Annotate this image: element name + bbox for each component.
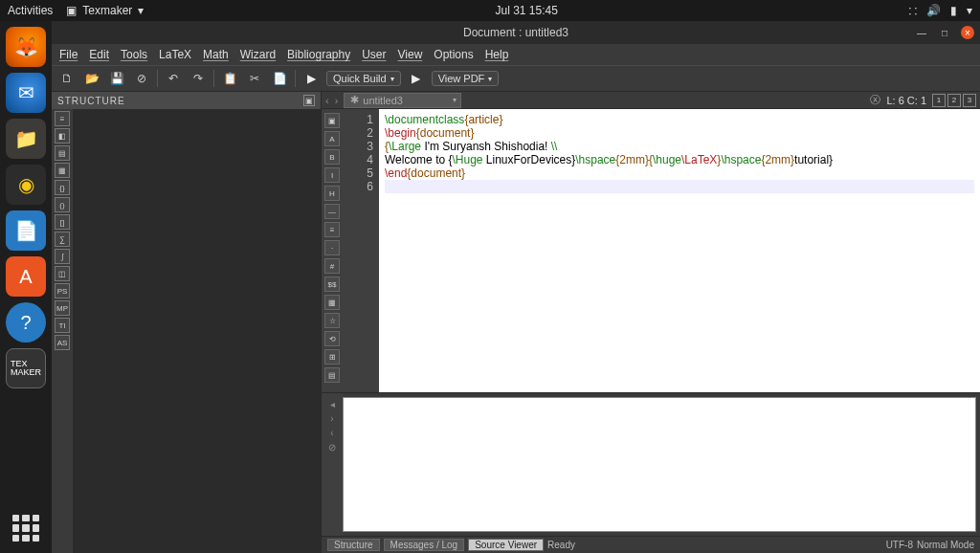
redo-icon[interactable]: ↷: [189, 69, 208, 88]
tab-close-icon[interactable]: ⓧ: [870, 93, 880, 107]
log-next-icon[interactable]: ›: [330, 413, 333, 424]
insert-icon[interactable]: ▤: [324, 367, 340, 383]
structure-close-icon[interactable]: ▣: [303, 95, 315, 106]
menu-user[interactable]: User: [362, 48, 386, 61]
open-file-icon[interactable]: 📂: [82, 69, 101, 88]
insert-icon[interactable]: H: [324, 186, 340, 201]
save-icon[interactable]: 💾: [107, 69, 126, 88]
menu-math[interactable]: Math: [203, 48, 229, 61]
battery-icon[interactable]: ▮: [950, 4, 957, 17]
menu-latex[interactable]: LaTeX: [159, 48, 191, 61]
menu-bibliography[interactable]: Bibliography: [287, 48, 350, 61]
new-file-icon[interactable]: 🗋: [57, 69, 77, 88]
minimize-button[interactable]: —: [915, 26, 928, 39]
menu-tools[interactable]: Tools: [121, 48, 147, 61]
struct-icon[interactable]: PS: [55, 283, 70, 299]
next-tab-icon[interactable]: ›: [335, 95, 339, 106]
struct-icon[interactable]: ∫: [55, 249, 70, 264]
pane-3-button[interactable]: 3: [963, 94, 976, 107]
log-clear-icon[interactable]: ⊘: [328, 442, 336, 453]
paste-icon[interactable]: 📄: [270, 69, 289, 88]
quick-build-label: Quick Build: [333, 73, 387, 84]
struct-icon[interactable]: TI: [55, 318, 70, 333]
code-editor[interactable]: \documentclass{article} \begin{document}…: [379, 109, 980, 392]
insert-icon[interactable]: ⟲: [324, 331, 340, 346]
status-encoding: UTF-8: [886, 540, 913, 550]
struct-icon[interactable]: MP: [55, 300, 70, 316]
pane-2-button[interactable]: 2: [947, 94, 961, 107]
menu-options[interactable]: Options: [434, 48, 473, 61]
insert-icon[interactable]: I: [324, 167, 340, 183]
insert-icon[interactable]: ☆: [324, 313, 340, 328]
chevron-down-icon[interactable]: ▾: [967, 4, 972, 17]
log-prev-icon[interactable]: ‹: [330, 428, 333, 438]
struct-icon[interactable]: []: [55, 214, 70, 230]
close-file-icon[interactable]: ⊘: [132, 69, 151, 88]
insert-icon[interactable]: ▦: [324, 295, 340, 310]
toolbar: 🗋 📂 💾 ⊘ ↶ ↷ 📋 ✂ 📄 ▶ Quick Build ▾ ▶ View…: [52, 65, 980, 92]
struct-icon[interactable]: ∑: [55, 232, 70, 247]
cut-icon[interactable]: ✂: [245, 69, 264, 88]
dock-software[interactable]: A: [6, 256, 46, 297]
insert-icon[interactable]: ▣: [324, 113, 340, 128]
dock-thunderbird[interactable]: ✉: [6, 73, 46, 113]
pane-1-button[interactable]: 1: [932, 94, 946, 107]
view-pdf-dropdown[interactable]: View PDF ▾: [432, 71, 500, 86]
insert-icon[interactable]: ·: [324, 240, 340, 255]
ubuntu-top-bar: Activities ▣ Texmaker ▾ Jul 31 15:45 ⸬ 🔊…: [0, 0, 980, 21]
network-icon[interactable]: ⸬: [909, 4, 917, 17]
log-output[interactable]: [343, 397, 976, 532]
insert-icon[interactable]: ⊞: [324, 349, 340, 365]
insert-icon[interactable]: $$: [324, 276, 340, 292]
maximize-button[interactable]: □: [938, 26, 951, 39]
status-tab-source[interactable]: Source Viewer: [468, 539, 544, 551]
struct-icon[interactable]: ▦: [55, 163, 70, 178]
texmaker-window: Document : untitled3 — □ × File Edit Too…: [52, 21, 980, 553]
chevron-down-icon: ▾: [390, 75, 394, 83]
struct-icon[interactable]: AS: [55, 335, 70, 350]
menu-edit[interactable]: Edit: [89, 48, 109, 61]
insert-icon[interactable]: B: [324, 149, 340, 165]
log-toggle-icon[interactable]: ◂: [330, 399, 335, 409]
quick-build-dropdown[interactable]: Quick Build ▾: [326, 71, 401, 86]
dock-rhythmbox[interactable]: ◉: [6, 165, 46, 205]
menu-help[interactable]: Help: [485, 48, 509, 61]
menu-file[interactable]: File: [59, 48, 78, 61]
menu-view[interactable]: View: [398, 48, 423, 61]
chevron-down-icon: ▾: [488, 75, 492, 83]
dock-writer[interactable]: 📄: [6, 210, 46, 251]
insert-icon[interactable]: #: [324, 258, 340, 274]
volume-icon[interactable]: 🔊: [926, 4, 941, 17]
menu-wizard[interactable]: Wizard: [240, 48, 276, 61]
insert-icon[interactable]: —: [324, 204, 340, 219]
structure-tree[interactable]: [73, 109, 321, 553]
prev-tab-icon[interactable]: ‹: [325, 95, 329, 106]
close-button[interactable]: ×: [961, 26, 974, 39]
status-tab-messages[interactable]: Messages / Log: [384, 539, 465, 551]
view-icon[interactable]: ▶: [407, 69, 426, 88]
topbar-app[interactable]: ▣ Texmaker ▾: [66, 4, 144, 17]
dock-files[interactable]: 📁: [6, 119, 46, 159]
insert-icon[interactable]: ≡: [324, 222, 340, 237]
struct-icon[interactable]: ◧: [55, 128, 70, 144]
run-icon[interactable]: ▶: [301, 69, 321, 88]
insert-icon[interactable]: A: [324, 131, 340, 146]
status-tab-structure[interactable]: Structure: [327, 539, 380, 551]
dock-help[interactable]: ?: [6, 302, 46, 343]
struct-icon[interactable]: {}: [55, 180, 70, 195]
struct-icon[interactable]: ▤: [55, 145, 70, 161]
dock-firefox[interactable]: 🦊: [6, 27, 46, 67]
dock-show-apps[interactable]: [12, 515, 39, 542]
insert-toolbar: ▣ A B I H — ≡ · # $$ ▦ ☆ ⟲ ⊞ ▤: [322, 109, 343, 392]
topbar-app-name: Texmaker: [82, 4, 132, 17]
undo-icon[interactable]: ↶: [164, 69, 183, 88]
copy-icon[interactable]: 📋: [220, 69, 239, 88]
struct-icon[interactable]: (): [55, 197, 70, 212]
clock[interactable]: Jul 31 15:45: [495, 4, 557, 17]
document-tab[interactable]: ✱ untitled3 ▾: [344, 93, 461, 108]
struct-icon[interactable]: ◫: [55, 266, 70, 281]
activities-button[interactable]: Activities: [8, 4, 53, 17]
dock-texmaker[interactable]: TEXMAKER: [6, 348, 46, 388]
structure-panel: STRUCTURE ▣ ≡ ◧ ▤ ▦ {} () [] ∑ ∫ ◫ PS MP: [52, 92, 322, 553]
struct-icon[interactable]: ≡: [55, 111, 70, 126]
